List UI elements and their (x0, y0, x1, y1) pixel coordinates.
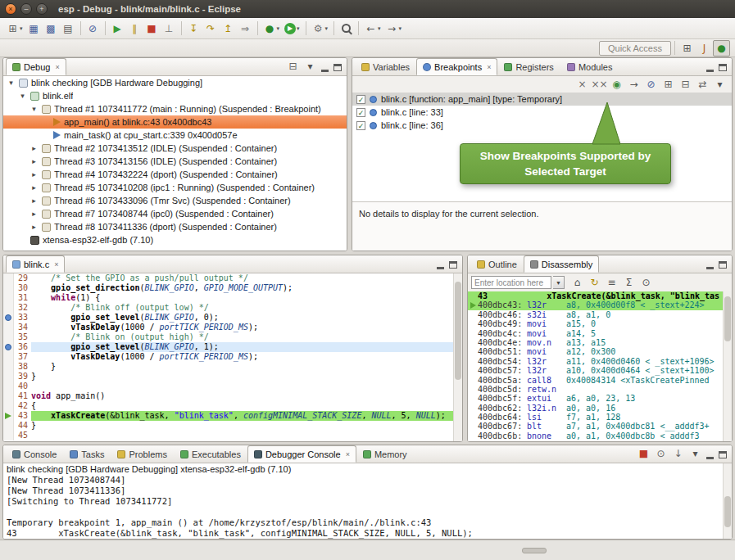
remove-breakpoint-button[interactable]: × (574, 76, 591, 93)
debug-tree-item[interactable]: ▾Thread #1 1073411772 (main : Running) (… (3, 102, 347, 115)
disassembly-row[interactable]: 400dbc62:l32i.na0, a0, 16 (468, 404, 723, 413)
disassembly-row[interactable]: 400dbc54:l32ra11, 0x400d0460 < _stext+10… (468, 357, 723, 366)
debug-tree-item[interactable]: ▸Thread #5 1073410208 (ipc1 : Running) (… (3, 181, 347, 194)
close-window-button[interactable]: × (5, 3, 16, 15)
breakpoint-checkbox[interactable]: ✓ (356, 108, 365, 117)
back-button[interactable]: ←▾ (362, 20, 383, 37)
open-perspective-button[interactable]: ⊞ (678, 40, 696, 56)
minimize-view-button[interactable] (704, 256, 716, 273)
run-button[interactable]: ▶▾ (282, 20, 302, 37)
view-menu-button[interactable]: ▾ (711, 76, 728, 93)
forward-button[interactable]: →▾ (383, 20, 405, 37)
debug-tree-item[interactable]: ▸Thread #4 1073432224 (dport) (Suspended… (3, 168, 347, 181)
link-with-debug-view-button[interactable]: ⇄ (694, 76, 711, 93)
editor-line[interactable]: 40 (3, 382, 453, 391)
debug-tree-item[interactable]: ▾blink checking [GDB Hardware Debugging] (3, 76, 347, 89)
instruction-stepping-button[interactable]: ⇒ (237, 20, 254, 37)
disassembly-row[interactable]: 400dbc5d:retw.n (468, 385, 723, 394)
breakpoint-checkbox[interactable]: ✓ (356, 121, 365, 130)
pin-button[interactable]: ⊙ (637, 274, 655, 291)
editor-marker-bar[interactable] (3, 313, 14, 323)
disassembly-row[interactable]: 400dbc6b:bnonea0, a1, 0x400dbc8b < adddf… (468, 431, 723, 440)
scroll-lock-button[interactable]: ↓ (669, 445, 687, 462)
close-tab-icon[interactable]: × (54, 260, 58, 269)
view-tab-modules[interactable]: Modules (560, 58, 619, 75)
dropdown-arrow-icon[interactable]: ▾ (297, 25, 300, 32)
editor-line[interactable]: 30 gpio_set_direction(BLINK_GPIO, GPIO_M… (3, 283, 453, 293)
new-wizard-button[interactable]: ⊞▾ (4, 20, 25, 37)
view-menu-button[interactable]: ▾ (687, 445, 704, 462)
disassembly-row[interactable]: 400dbc46:s32ia8, a1, 0 (468, 310, 723, 319)
editor-line[interactable]: 42{ (3, 401, 453, 411)
dropdown-arrow-icon[interactable]: ▾ (399, 25, 402, 32)
editor-line[interactable]: 33 gpio_set_level(BLINK_GPIO, 0); (3, 313, 453, 323)
expand-icon[interactable]: ▸ (29, 168, 39, 181)
show-symbols-button[interactable]: Σ (620, 274, 637, 291)
close-tab-icon[interactable]: × (55, 63, 59, 71)
editor-marker-bar[interactable] (3, 391, 14, 401)
minimize-window-button[interactable]: – (20, 3, 32, 15)
disassembly-row[interactable]: 400dbc4e:mov.na13, a15 (468, 338, 723, 347)
debug-button[interactable]: ●▾ (261, 20, 283, 37)
editor-marker-bar[interactable] (3, 421, 14, 431)
dropdown-arrow-icon[interactable]: ▾ (277, 25, 280, 32)
expand-icon[interactable]: ▸ (29, 155, 39, 168)
collapse-icon[interactable]: ▾ (18, 89, 27, 102)
editor-marker-bar[interactable] (3, 401, 14, 411)
goto-program-counter-button[interactable]: ⌂ (569, 274, 586, 291)
remove-all-breakpoints-button[interactable]: ×× (591, 76, 608, 93)
maximize-view-button[interactable] (716, 446, 729, 463)
debug-tree-item[interactable]: ▸Thread #3 1073413156 (IDLE) (Suspended … (3, 155, 347, 168)
editor-marker-bar[interactable] (3, 431, 14, 440)
view-tab-tasks[interactable]: Tasks (63, 445, 111, 463)
disassembly-row[interactable]: 400dbc4c:movia14, 5 (468, 329, 723, 338)
editor-tab-blink-c[interactable]: blink.c× (6, 255, 65, 273)
terminate-console-button[interactable]: ■ (635, 445, 652, 462)
dropdown-arrow-icon[interactable]: ▾ (325, 25, 329, 32)
view-tab-registers[interactable]: Registers (497, 58, 560, 75)
editor-marker-bar[interactable] (3, 303, 14, 313)
view-tab-breakpoints[interactable]: Breakpoints× (416, 58, 497, 75)
pin-console-button[interactable]: ⊙ (652, 445, 669, 462)
breakpoint-marker-icon[interactable] (5, 314, 11, 321)
editor-marker-bar[interactable] (3, 293, 14, 303)
view-tab-executables[interactable]: Executables (174, 445, 247, 463)
collapse-icon[interactable]: ▾ (29, 102, 39, 115)
editor-line[interactable]: 45 (3, 431, 453, 440)
view-menu-button[interactable]: ▾ (302, 58, 319, 75)
minimize-view-button[interactable] (319, 59, 331, 75)
scrollbar-thumb[interactable] (455, 282, 461, 380)
editor-marker-bar[interactable] (3, 332, 14, 342)
editor-line[interactable]: 35 /* Blink on (output high) */ (3, 332, 453, 342)
editor-line[interactable]: 43 xTaskCreate(&blink_task, "blink_task"… (3, 411, 453, 421)
disassembly-row[interactable]: 400dbc5f:extuia6, a0, 23, 13 (468, 394, 723, 403)
editor-line[interactable]: 39} (3, 372, 453, 382)
search-button[interactable] (338, 20, 355, 37)
view-tab-debugger-console[interactable]: Debugger Console× (247, 445, 356, 463)
suspend-button[interactable]: ∥ (126, 20, 143, 37)
location-dropdown-icon[interactable]: ▼ (553, 276, 565, 289)
expand-all-button[interactable]: ⊞ (660, 76, 677, 93)
skip-all-breakpoints-button[interactable]: ⊘ (642, 76, 660, 93)
go-to-file-for-breakpoint-button[interactable]: → (625, 76, 642, 93)
editor-marker-bar[interactable] (3, 283, 14, 293)
scrollbar-thumb[interactable] (724, 296, 731, 341)
maximize-view-button[interactable] (716, 59, 729, 75)
editor-line[interactable]: 41void app_main() (3, 391, 453, 401)
editor-line[interactable]: 34 vTaskDelay(1000 / portTICK_PERIOD_MS)… (3, 323, 453, 332)
view-tab-disassembly[interactable]: Disassembly (524, 255, 599, 273)
editor-line[interactable]: 31 while(1) { (3, 293, 453, 303)
editor-marker-bar[interactable] (3, 382, 14, 391)
java-perspective-button[interactable]: J (696, 40, 713, 56)
terminate-button[interactable]: ■ (143, 20, 161, 37)
editor-marker-bar[interactable] (3, 323, 14, 332)
skip-all-breakpoints-button[interactable]: ⊘ (84, 20, 102, 37)
debug-tree-item[interactable]: ▸Thread #2 1073413512 (IDLE) (Suspended … (3, 142, 347, 155)
print-button[interactable]: ▤ (60, 20, 77, 37)
maximize-view-button[interactable] (716, 256, 729, 273)
view-tab-memory[interactable]: Memory (356, 445, 414, 463)
external-tools-button[interactable]: ⚙▾ (310, 20, 331, 37)
debug-tree-item[interactable]: xtensa-esp32-elf-gdb (7.10) (3, 233, 347, 246)
dropdown-arrow-icon[interactable]: ▾ (378, 25, 381, 32)
disassembly-row[interactable]: 400dbc67:blta7, a1, 0x400dbc81 <__adddf3… (468, 422, 723, 431)
